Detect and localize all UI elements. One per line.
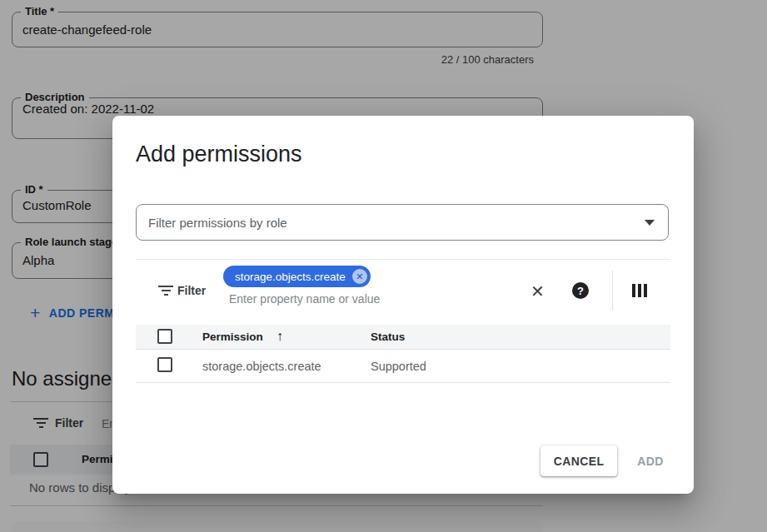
table-row-divider: [136, 382, 670, 383]
filter-chip[interactable]: storage.objects.create ✕: [223, 266, 371, 287]
row-status-cell: Supported: [371, 360, 426, 373]
role-dropdown-placeholder: Filter permissions by role: [148, 216, 645, 230]
table-row[interactable]: storage.objects.create Supported: [136, 350, 670, 382]
row-checkbox[interactable]: [157, 357, 172, 372]
select-all-checkbox[interactable]: [157, 329, 172, 344]
sort-ascending-icon[interactable]: ↑: [276, 330, 283, 343]
dialog-filter-label: Filter: [177, 284, 206, 297]
add-button[interactable]: ADD: [617, 445, 684, 476]
add-permissions-dialog: Add permissions Filter permissions by ro…: [112, 116, 694, 494]
dialog-title: Add permissions: [136, 142, 302, 167]
column-display-options-icon[interactable]: [632, 284, 647, 297]
help-icon[interactable]: ?: [572, 282, 589, 299]
filter-permissions-by-role-dropdown[interactable]: Filter permissions by role: [136, 204, 669, 241]
chip-remove-icon[interactable]: ✕: [352, 269, 367, 284]
toolbar-divider: [612, 271, 613, 311]
clear-filters-icon[interactable]: ✕: [530, 283, 545, 300]
status-column-header[interactable]: Status: [371, 331, 405, 343]
permission-column-header[interactable]: Permission: [202, 331, 263, 343]
dialog-filter-input[interactable]: Enter property name or value: [229, 292, 380, 306]
toolbar-top-divider: [136, 259, 670, 260]
filter-list-icon: [158, 286, 173, 296]
row-permission-cell: storage.objects.create: [202, 360, 321, 373]
chevron-down-icon: [645, 220, 655, 226]
cancel-button[interactable]: CANCEL: [540, 445, 617, 476]
create-role-page: Title * create-changefeed-role 22 / 100 …: [0, 0, 767, 532]
filter-chip-text: storage.objects.create: [235, 271, 346, 283]
